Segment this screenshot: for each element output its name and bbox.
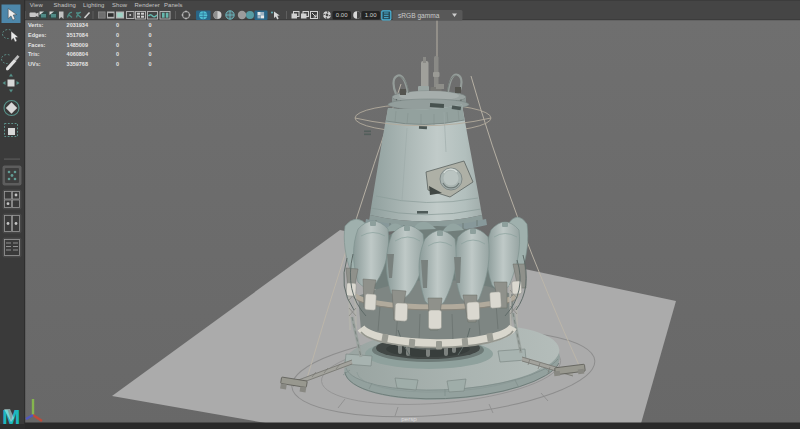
svg-text:Shading: Shading <box>54 2 76 8</box>
svg-text:Show: Show <box>112 2 128 8</box>
svg-text:Renderer: Renderer <box>135 2 160 8</box>
svg-text:0: 0 <box>148 61 151 67</box>
svg-text:persp: persp <box>401 415 417 422</box>
svg-text:0: 0 <box>148 42 151 48</box>
svg-text:0: 0 <box>116 61 119 67</box>
svg-text:0: 0 <box>116 32 119 38</box>
svg-text:0: 0 <box>116 42 119 48</box>
svg-text:4060804: 4060804 <box>67 51 89 57</box>
svg-text:1.00: 1.00 <box>365 12 377 18</box>
svg-text:2031934: 2031934 <box>67 22 89 28</box>
svg-text:sRGB gamma: sRGB gamma <box>398 12 440 20</box>
svg-text:Panels: Panels <box>164 2 183 8</box>
svg-text:Tris:: Tris: <box>28 51 40 57</box>
svg-text:0: 0 <box>148 51 151 57</box>
svg-text:0.00: 0.00 <box>336 12 348 18</box>
svg-text:Edges:: Edges: <box>28 32 47 38</box>
svg-text:1485009: 1485009 <box>67 42 88 48</box>
svg-text:Faces:: Faces: <box>28 42 46 48</box>
svg-text:0: 0 <box>148 22 151 28</box>
svg-text:0: 0 <box>148 32 151 38</box>
svg-text:0: 0 <box>116 51 119 57</box>
svg-text:3517084: 3517084 <box>67 32 89 38</box>
svg-text:Verts:: Verts: <box>28 22 43 28</box>
svg-text:UVs:: UVs: <box>28 61 41 67</box>
svg-text:View: View <box>30 2 44 8</box>
svg-text:0: 0 <box>116 22 119 28</box>
svg-text:3359768: 3359768 <box>67 61 88 67</box>
svg-text:Lighting: Lighting <box>83 2 104 8</box>
